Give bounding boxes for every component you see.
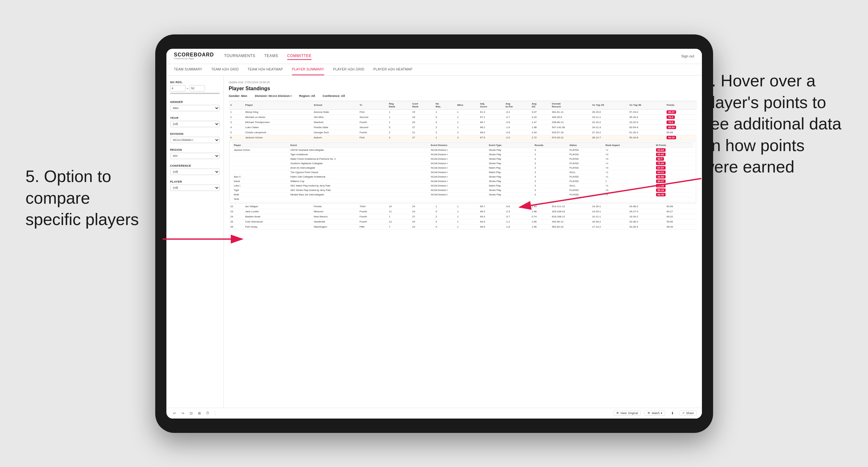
nav-item-teams[interactable]: TEAMS: [264, 52, 278, 60]
update-time: Update time: 27/01/2024 16:56:26: [229, 81, 697, 84]
nav-left: SCOREBOARD Powered by clippi TOURNAMENTS…: [174, 52, 312, 60]
sidebar: No Rds. – Gender Men: [166, 75, 224, 408]
sub-nav: TEAM SUMMARY TEAM H2H GRID TEAM H2H HEAT…: [166, 64, 702, 75]
col-to-par: Avgto-Par: [504, 101, 530, 110]
conference-select[interactable]: (All): [170, 168, 220, 175]
table-row: 25 Cole Sherwood Vanderbilt Fourth 12 24…: [229, 219, 697, 224]
sidebar-no-rds: No Rds. –: [170, 81, 220, 95]
filter-conference: Conference: All: [322, 94, 345, 97]
sidebar-region: Region N/A: [170, 148, 220, 159]
chevron-down-icon: ▾: [661, 411, 662, 415]
logo-area: SCOREBOARD Powered by clippi: [174, 52, 214, 60]
sign-out-link[interactable]: Sign out: [681, 54, 694, 58]
division-select[interactable]: NCAA Division I: [170, 137, 220, 143]
col-school: School: [312, 101, 358, 110]
nav-items: TOURNAMENTS TEAMS COMMITTEE: [224, 52, 311, 60]
division-label: Division: [170, 132, 220, 135]
share-icon: ↗: [682, 411, 685, 415]
no-rds-max-input[interactable]: [190, 85, 205, 92]
points-badge-active[interactable]: 68.18: [666, 136, 676, 139]
sidebar-year: Year (All): [170, 116, 220, 127]
tablet-frame: SCOREBOARD Powered by clippi TOURNAMENTS…: [155, 34, 713, 433]
main-content: No Rds. – Gender Men: [166, 75, 702, 408]
filter-gender: Gender: Men: [229, 94, 247, 97]
timer-button[interactable]: ⏱: [205, 410, 211, 416]
toolbar-history-group: ↩ ↪ ⊡ ⊞ ⏱: [172, 410, 211, 416]
undo-button[interactable]: ↩: [172, 410, 178, 416]
table-row: 4 Luke Claten Florida State Second 5 27 …: [229, 125, 697, 130]
tooltip-data-row: Southern Highlands Collegiate NCAA Divis…: [232, 161, 693, 165]
region-select[interactable]: N/A: [170, 153, 220, 159]
nav-item-committee[interactable]: COMMITTEE: [287, 52, 312, 60]
nav-right: Sign out: [681, 54, 694, 58]
sub-nav-player-summary[interactable]: PLAYER SUMMARY: [292, 64, 324, 75]
tooltip-data-row: Tiger Invitational NCAA Division I Strok…: [232, 152, 693, 157]
year-label: Year: [170, 116, 220, 120]
standings-table: # Player School Yr RegRank ConfRank NoRd…: [229, 101, 697, 229]
tooltip-data-row: Terfe: [232, 197, 693, 201]
top-nav: SCOREBOARD Powered by clippi TOURNAMENTS…: [166, 49, 702, 64]
no-rds-inputs: –: [170, 85, 220, 92]
table-row: 22 Ian Gilligan Florida Third 10 24 1 1 …: [229, 204, 697, 209]
paste-button[interactable]: ⊞: [196, 410, 203, 416]
gender-select[interactable]: Men: [170, 105, 220, 111]
share-button[interactable]: ↗ Share: [679, 411, 696, 416]
col-avg-sg: AvgSG: [530, 101, 550, 110]
outer-wrapper: SCOREBOARD Powered by clippi TOURNAMENTS…: [0, 0, 868, 467]
sub-nav-player-h2h-heatmap[interactable]: PLAYER H2H HEATMAP: [373, 64, 412, 75]
sidebar-gender: Gender Men: [170, 100, 220, 111]
tooltip-data-row: Wake Forest Invitational at Pinehurst No…: [232, 157, 693, 161]
table-row-highlighted: 6 Jackson Kohon Auburn First 2 27 1 2 67…: [229, 135, 697, 140]
annotation-5: 5. Option to compare specific players: [26, 166, 147, 230]
points-badge[interactable]: 88.27: [666, 110, 676, 114]
col-reg-rank: RegRank: [387, 101, 410, 110]
filter-row: Gender: Men Division: NCAA Division I Re…: [229, 94, 697, 97]
copy-button[interactable]: ⊡: [188, 410, 194, 416]
tooltip-data-row: Tiger SEC Stroke Play hosted by Jerry Pa…: [232, 188, 693, 192]
filter-region: Region: All: [299, 94, 315, 97]
tooltip-table: Player Event Event Division Event Type R…: [232, 143, 693, 201]
col-wins: Wins: [456, 101, 478, 110]
table-header-row: # Player School Yr RegRank ConfRank NoRd…: [229, 101, 697, 110]
sidebar-player: Player (All): [170, 180, 220, 191]
annotation-4: 4. Hover over a player's points to see a…: [702, 70, 842, 178]
conference-label: Conference: [170, 164, 220, 167]
player-label: Player: [170, 180, 220, 183]
tooltip-header-row: Player Event Event Division Event Type R…: [232, 143, 693, 148]
sub-nav-team-h2h-grid[interactable]: TEAM H2H GRID: [211, 64, 239, 75]
table-row: 2 Michael La Sasso Ole Miss Second 1 18 …: [229, 115, 697, 120]
col-no-rds: NoRds.: [434, 101, 456, 110]
no-rds-min-input[interactable]: [170, 85, 186, 92]
points-badge[interactable]: 76.3: [666, 115, 675, 119]
points-badge[interactable]: 70.2: [666, 121, 675, 124]
tooltip-inner: Player Event Event Division Event Type R…: [229, 141, 696, 203]
watch-button[interactable]: 👁 Watch ▾: [645, 411, 665, 416]
view-original-button[interactable]: 👁 View: Original: [613, 411, 641, 416]
no-rds-label: No Rds.: [170, 81, 220, 84]
nav-item-tournaments[interactable]: TOURNAMENTS: [224, 52, 255, 60]
tooltip-row: Player Event Event Division Event Type R…: [229, 140, 697, 204]
player-select[interactable]: (All): [170, 185, 220, 191]
col-player: Player: [244, 101, 312, 110]
tooltip-data-row: Jackson Kohon UNCW Seahawk Intercollegia…: [232, 148, 693, 152]
sub-nav-player-h2h-grid[interactable]: PLAYER H2H GRID: [333, 64, 364, 75]
sub-nav-team-h2h-heatmap[interactable]: TEAM H2H HEATMAP: [248, 64, 283, 75]
no-rds-slider[interactable]: [170, 93, 220, 94]
table-row: 24 Bastien Amat New Mexico Fourth 1 27 2…: [229, 214, 697, 219]
year-select[interactable]: (All): [170, 121, 220, 127]
col-vs-top50: Vs Top 50: [628, 101, 665, 110]
table-row: 1 Wenyi Ding Arizona State First 1 15 1 …: [229, 110, 697, 115]
sub-nav-team-summary[interactable]: TEAM SUMMARY: [174, 64, 203, 75]
sidebar-division: Division NCAA Division I: [170, 132, 220, 143]
sidebar-conference: Conference (All): [170, 164, 220, 175]
tooltip-data-row: Muttl Mirabel Maui Jim Intercollegiate N…: [232, 192, 693, 197]
download-button[interactable]: ⬇: [669, 410, 676, 416]
view-icon: 👁: [616, 411, 619, 415]
tooltip-data-row: Amer An Intercollegiate NCAA Division I …: [232, 165, 693, 170]
points-badge[interactable]: 88.94: [666, 126, 676, 129]
filter-division: Division: NCAA Division I: [255, 94, 292, 97]
table-row: 23 Jack Lundin Missouri Fourth 11 24 0 1…: [229, 209, 697, 214]
toolbar-separator: [215, 410, 215, 416]
table-row: 5 Christo Lamprecht Georgia Tech Fourth …: [229, 130, 697, 135]
redo-button[interactable]: ↪: [180, 410, 186, 416]
